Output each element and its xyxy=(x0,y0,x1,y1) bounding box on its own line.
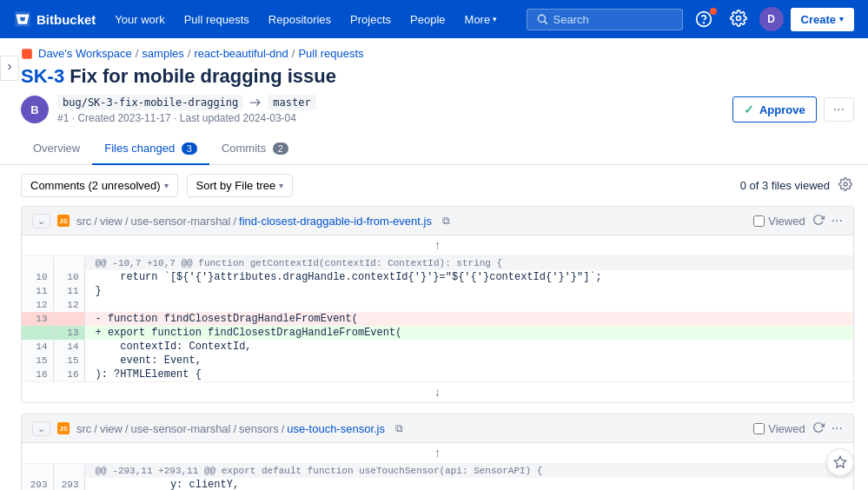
expand-down-row: ↓ xyxy=(22,382,853,403)
nav-projects[interactable]: Projects xyxy=(341,8,400,31)
diff-container: ⌄ JS src / view / use-sensor-marshal / f… xyxy=(0,206,868,490)
bitbucket-logo-icon xyxy=(14,10,31,28)
expand-down-button[interactable]: ↓ xyxy=(427,385,447,399)
tab-files-changed[interactable]: Files changed 3 xyxy=(92,133,209,165)
refresh-icon xyxy=(812,214,825,226)
hunk-header-2: @@ -293,11 +293,11 @@ export default fun… xyxy=(22,464,853,479)
file-toolbar: Comments (2 unresolved) ▾ Sort by File t… xyxy=(0,165,868,206)
file-2-actions: Viewed ··· xyxy=(753,420,843,436)
sidebar-toggle[interactable] xyxy=(0,56,19,81)
svg-point-3 xyxy=(703,23,704,23)
refresh-icon-2 xyxy=(812,421,825,434)
tab-overview[interactable]: Overview xyxy=(21,133,92,165)
file-1-name: find-closest-draggable-id-from-event.js xyxy=(239,215,432,228)
pr-more-button[interactable]: ··· xyxy=(824,97,854,122)
search-box[interactable]: Search xyxy=(527,9,683,30)
diff-file-2: ⌄ JS src / view / use-sensor-marshal / s… xyxy=(21,414,854,490)
tab-commits[interactable]: Commits 2 xyxy=(209,133,301,165)
pr-branch-info: bug/SK-3-fix-mobile-dragging master #1 ·… xyxy=(57,95,316,124)
diff-line: 15 15 event: Event, xyxy=(22,354,853,368)
diff-table-2: ↑ @@ -293,11 +293,11 @@ export default f… xyxy=(22,443,853,490)
help-badge xyxy=(710,8,717,15)
svg-marker-7 xyxy=(834,456,845,467)
file-2-expand-button[interactable]: ⌄ xyxy=(32,421,50,436)
breadcrumb-sep-2: / xyxy=(188,47,191,60)
file-2-refresh-button[interactable] xyxy=(812,421,825,436)
commits-badge: 2 xyxy=(273,142,288,155)
file-2-viewed-checkbox[interactable] xyxy=(753,423,765,434)
diff-line-removed: 13 - function findClosestDragHandleFromE… xyxy=(22,312,853,326)
author-avatar: B xyxy=(21,96,49,123)
avatar-button[interactable]: D xyxy=(759,7,784,31)
search-label: Search xyxy=(553,13,589,26)
diff-line-added: 13 + export function findClosestDragHand… xyxy=(22,326,853,340)
settings-button[interactable] xyxy=(725,6,752,33)
diff-line: 14 14 contextId: ContextId, xyxy=(22,340,853,354)
nav-pull-requests[interactable]: Pull requests xyxy=(176,8,258,31)
target-branch-pill[interactable]: master xyxy=(268,95,315,110)
file-2-path: src / view / use-sensor-marshal / sensor… xyxy=(76,422,385,435)
breadcrumb-workspace[interactable]: Dave's Workspace xyxy=(38,47,132,60)
sidebar-toggle-icon xyxy=(4,62,15,72)
sort-button[interactable]: Sort by File tree ▾ xyxy=(187,174,294,197)
pr-header: SK-3 Fix for mobile dragging issue B bug… xyxy=(0,60,868,133)
file-1-path-marshal: use-sensor-marshal xyxy=(131,215,231,228)
nav-your-work[interactable]: Your work xyxy=(106,8,173,31)
breadcrumb-repo[interactable]: react-beautiful-dnd xyxy=(194,47,288,60)
svg-line-1 xyxy=(544,22,547,24)
gear-icon xyxy=(730,10,747,27)
nav-repositories[interactable]: Repositories xyxy=(260,8,340,31)
file-2-viewed-label[interactable]: Viewed xyxy=(753,422,805,435)
star-button[interactable] xyxy=(826,448,854,476)
breadcrumb-sep-3: / xyxy=(292,47,295,60)
file-1-copy-button[interactable]: ⧉ xyxy=(439,213,454,228)
file-1-expand-button[interactable]: ⌄ xyxy=(32,214,50,228)
diff-file-1-header: ⌄ JS src / view / use-sensor-marshal / f… xyxy=(22,207,853,235)
files-changed-badge: 3 xyxy=(182,142,197,155)
pr-id: SK-3 xyxy=(21,65,64,88)
search-icon xyxy=(536,13,548,25)
file-1-icon: JS xyxy=(57,215,70,227)
file-2-more-button[interactable]: ··· xyxy=(832,420,843,436)
file-1-viewed-label[interactable]: Viewed xyxy=(753,215,805,228)
top-nav: Bitbucket Your work Pull requests Reposi… xyxy=(0,0,868,38)
diff-line-2-1: 293 293 y: clientY, xyxy=(22,478,853,490)
expand-up-button-2[interactable]: ↑ xyxy=(427,446,447,460)
nav-people[interactable]: People xyxy=(401,8,454,31)
breadcrumb-sep-1: / xyxy=(136,47,139,60)
expand-up-button[interactable]: ↑ xyxy=(427,238,447,252)
file-1-refresh-button[interactable] xyxy=(812,214,825,228)
breadcrumb-prs[interactable]: Pull requests xyxy=(298,47,363,60)
view-settings-button[interactable] xyxy=(837,175,854,195)
breadcrumb-samples[interactable]: samples xyxy=(142,47,183,60)
branch-arrow-icon xyxy=(248,98,262,107)
comments-button[interactable]: Comments (2 unresolved) ▾ xyxy=(21,174,178,197)
svg-point-4 xyxy=(736,16,740,20)
help-button[interactable] xyxy=(690,7,718,31)
bitbucket-logo[interactable]: Bitbucket xyxy=(14,10,96,28)
file-1-viewed-checkbox[interactable] xyxy=(753,215,765,227)
files-viewed-counter: 0 of 3 files viewed xyxy=(740,175,854,195)
hunk-header-1: @@ -10,7 +10,7 @@ function getContextId(… xyxy=(22,256,853,271)
file-1-more-button[interactable]: ··· xyxy=(832,213,843,228)
logo-text: Bitbucket xyxy=(36,12,96,27)
nav-more[interactable]: More▾ xyxy=(456,8,507,31)
create-button[interactable]: Create ▾ xyxy=(791,8,854,31)
more-dropdown-icon: ▾ xyxy=(493,15,497,23)
diff-line: 12 12 xyxy=(22,298,853,312)
help-icon xyxy=(695,10,712,28)
sort-dropdown-icon: ▾ xyxy=(279,181,283,190)
pr-title-text: Fix for mobile dragging issue xyxy=(70,65,336,88)
view-settings-icon xyxy=(838,177,852,191)
file-1-path-src: src xyxy=(76,215,91,228)
expand-up-row: ↑ xyxy=(22,235,853,256)
file-2-copy-button[interactable]: ⧉ xyxy=(392,420,407,436)
star-icon xyxy=(833,455,847,469)
topnav-links: Your work Pull requests Repositories Pro… xyxy=(106,8,506,31)
approve-button[interactable]: ✓ Approve xyxy=(732,96,817,122)
file-1-path-view: view xyxy=(100,215,123,228)
pr-actions: ✓ Approve ··· xyxy=(732,96,854,122)
diff-line: 10 10 return `[${'{'}attributes.dragHand… xyxy=(22,270,853,284)
source-branch-pill[interactable]: bug/SK-3-fix-mobile-dragging xyxy=(57,95,243,110)
diff-file-1: ⌄ JS src / view / use-sensor-marshal / f… xyxy=(21,206,854,403)
